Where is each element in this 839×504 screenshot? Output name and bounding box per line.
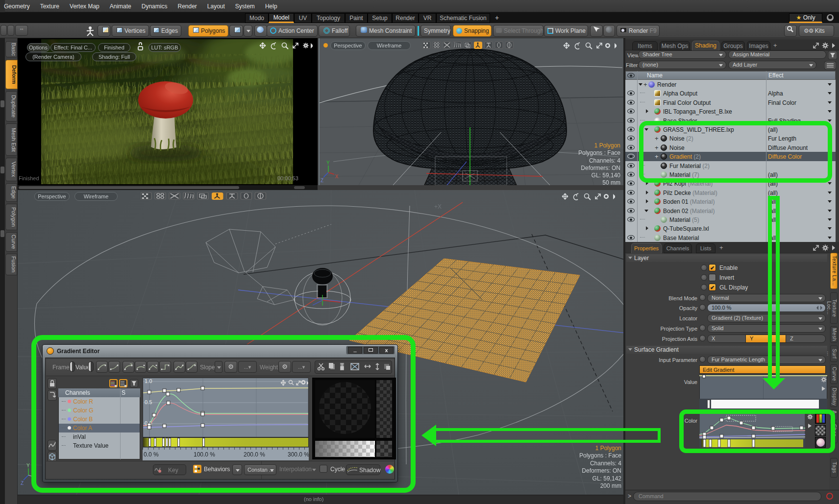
svg-text:Z: Z (21, 480, 24, 486)
svg-text:X: X (335, 174, 339, 179)
svg-text:Z: Z (321, 178, 323, 183)
svg-text:Y: Y (326, 160, 330, 166)
svg-text:+X: +X (434, 203, 442, 210)
svg-text:Y: Y (26, 463, 30, 468)
